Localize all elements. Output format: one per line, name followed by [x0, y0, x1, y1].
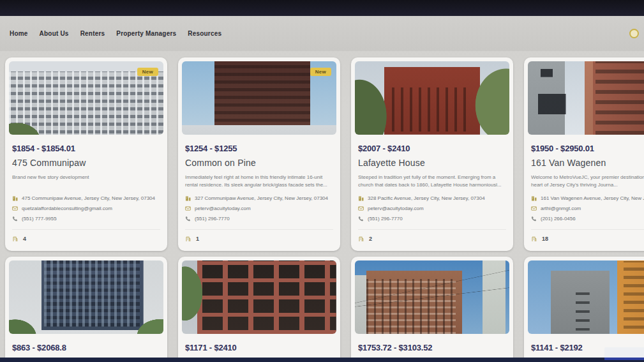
contact-meta: 161 Van Wagenen Avenue, Jersey City, New… — [531, 193, 644, 223]
bottom-bar — [0, 358, 644, 362]
envelope-icon — [531, 206, 537, 211]
listing-card[interactable]: $1753.72 - $3103.52 Modera Lofts — [351, 257, 513, 362]
nav-item-renters[interactable]: Renters — [80, 30, 105, 37]
listing-card[interactable]: $1141 - $2192 424 Whiton Street — [524, 257, 644, 362]
circle-widget-icon[interactable] — [629, 29, 639, 38]
email-row[interactable]: arthi@gnmgt.com — [531, 203, 644, 213]
listing-description: Brand new five story development — [12, 174, 160, 189]
address-text: 475 Communipaw Avenue, Jersey City, New … — [22, 195, 155, 201]
email-text: peterv@acuitytoday.com — [195, 206, 251, 211]
units-row: 1 — [185, 236, 333, 242]
card-divider — [358, 229, 506, 230]
card-divider — [531, 229, 644, 230]
phone-row[interactable]: (551) 296-7770 — [185, 213, 333, 223]
phone-text: (551) 296-7770 — [368, 216, 403, 222]
card-content: $2007 - $2410 Lafayette House Steeped in… — [351, 144, 513, 242]
property-photo-image — [182, 260, 336, 334]
listing-card[interactable]: $1950 - $2950.01 161 Van Wagenen Welcome… — [524, 57, 644, 251]
units-count: 4 — [23, 236, 26, 242]
units-building-icon — [12, 236, 19, 242]
email-row[interactable]: peterv@acuitytoday.com — [358, 203, 506, 213]
listing-title: 161 Van Wagenen — [531, 158, 644, 168]
listing-description: Welcome to MetroVueJC, your premier dest… — [531, 174, 644, 189]
phone-text: (551) 296-7770 — [195, 216, 230, 222]
price-range: $2007 - $2410 — [358, 144, 506, 153]
email-text: arthi@gnmgt.com — [541, 206, 581, 211]
units-building-icon — [185, 236, 191, 242]
phone-text: (551) 777-9955 — [22, 216, 57, 222]
listing-title: 475 Communipaw — [12, 158, 160, 168]
new-badge: New — [137, 68, 158, 76]
price-range: $1171 - $2410 — [185, 343, 333, 352]
units-count: 18 — [542, 236, 548, 242]
units-row: 4 — [12, 236, 160, 242]
address-row: 327 Communipaw Avenue, Jersey City, New … — [185, 193, 333, 203]
nav-item-property-managers[interactable]: Property Managers — [116, 30, 176, 37]
nav-item-resources[interactable]: Resources — [188, 30, 221, 37]
address-text: 328 Pacific Avenue, Jersey City, New Jer… — [368, 195, 485, 201]
units-row: 18 — [531, 236, 644, 242]
listing-card[interactable]: New $1854 - $1854.01 475 Communipaw Bran… — [5, 57, 167, 251]
nav-item-home[interactable]: Home — [10, 30, 28, 37]
address-row: 328 Pacific Avenue, Jersey City, New Jer… — [358, 193, 506, 203]
listing-card[interactable]: $2007 - $2410 Lafayette House Steeped in… — [351, 57, 513, 251]
listing-card[interactable]: $1171 - $2410 401-405 Whiton — [178, 257, 340, 362]
card-content: $1950 - $2950.01 161 Van Wagenen Welcome… — [524, 144, 644, 242]
property-photo-image — [355, 260, 509, 334]
property-photo — [524, 57, 644, 135]
listing-card[interactable]: New $1254 - $1255 Common on Pine Immedia… — [178, 57, 340, 251]
top-banner — [0, 0, 644, 16]
envelope-icon — [185, 206, 191, 211]
envelope-icon — [12, 206, 18, 211]
phone-row[interactable]: (551) 777-9955 — [12, 213, 160, 223]
property-photo — [5, 257, 167, 334]
units-count: 1 — [196, 236, 199, 242]
property-photo-image — [355, 61, 509, 135]
email-text: peterv@acuitytoday.com — [368, 206, 424, 211]
email-row[interactable]: peterv@acuitytoday.com — [185, 203, 333, 213]
envelope-icon — [358, 206, 364, 211]
phone-icon — [185, 216, 191, 222]
listing-title: Common on Pine — [185, 158, 333, 168]
property-photo-image — [9, 260, 163, 334]
email-text: quetzalaffordableconsulting@gmail.com — [22, 206, 112, 211]
phone-row[interactable]: (551) 296-7770 — [358, 213, 506, 223]
price-range: $863 - $2068.8 — [12, 343, 160, 352]
contact-meta: 327 Communipaw Avenue, Jersey City, New … — [185, 193, 333, 223]
phone-text: (201) 266-0456 — [541, 216, 576, 222]
building-icon — [531, 195, 537, 201]
listings-grid: New $1854 - $1854.01 475 Communipaw Bran… — [5, 57, 644, 362]
property-photo — [178, 257, 340, 334]
listing-title: Lafayette House — [358, 158, 506, 168]
new-badge: New — [310, 68, 331, 76]
card-divider — [185, 229, 333, 230]
property-photo — [351, 257, 513, 334]
building-icon — [12, 195, 18, 201]
building-icon — [358, 195, 364, 201]
phone-row[interactable]: (201) 266-0456 — [531, 213, 644, 223]
units-count: 2 — [369, 236, 372, 242]
price-range: $1254 - $1255 — [185, 144, 333, 153]
price-range: $1950 - $2950.01 — [531, 144, 644, 153]
main-nav: Home About Us Renters Property Managers … — [0, 16, 644, 51]
property-photo: New — [178, 57, 340, 135]
contact-meta: 475 Communipaw Avenue, Jersey City, New … — [12, 193, 160, 223]
address-text: 161 Van Wagenen Avenue, Jersey City, New… — [541, 195, 644, 201]
address-text: 327 Communipaw Avenue, Jersey City, New … — [195, 195, 328, 201]
property-photo — [351, 57, 513, 135]
phone-icon — [12, 216, 18, 222]
card-content: $1254 - $1255 Common on Pine Immediately… — [178, 144, 340, 242]
card-content: $1854 - $1854.01 475 Communipaw Brand ne… — [5, 144, 167, 242]
price-range: $1854 - $1854.01 — [12, 144, 160, 153]
property-photo — [524, 257, 644, 334]
email-row[interactable]: quetzalaffordableconsulting@gmail.com — [12, 203, 160, 213]
units-row: 2 — [358, 236, 506, 242]
listing-card[interactable]: $863 - $2068.8 485 Marin — [5, 257, 167, 362]
listing-description: Steeped in tradition yet fully of the mo… — [358, 174, 506, 189]
card-divider — [12, 229, 160, 230]
phone-icon — [531, 216, 537, 222]
property-photo-image — [528, 260, 644, 334]
bottom-right-popup[interactable] — [604, 347, 644, 360]
nav-item-about-us[interactable]: About Us — [40, 30, 69, 37]
property-photo-image — [528, 61, 644, 135]
